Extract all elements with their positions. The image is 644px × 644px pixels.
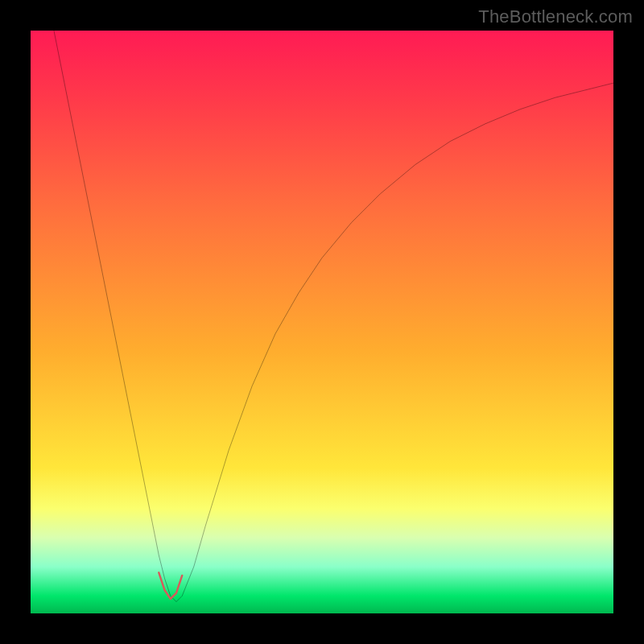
chart-plot-area: [31, 31, 613, 613]
watermark-text: TheBottleneck.com: [478, 6, 633, 27]
bottleneck-curve: [54, 31, 613, 602]
chart-frame: TheBottleneck.com: [0, 0, 644, 644]
minimum-marker: [159, 572, 182, 599]
